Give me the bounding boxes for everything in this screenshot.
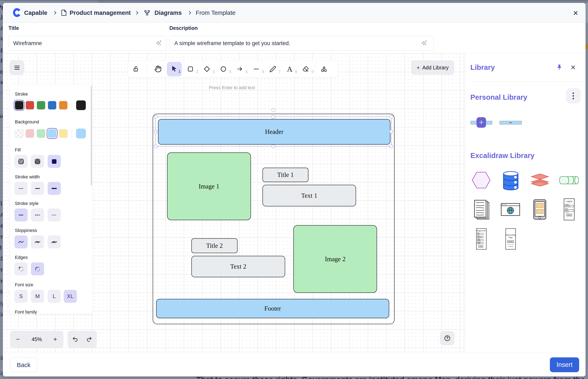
- svg-text:Register: Register: [477, 230, 486, 232]
- svg-text:Onboarding: Onboarding: [506, 234, 515, 236]
- svg-text:Page: Page: [509, 237, 513, 238]
- svg-text:Login: Login: [566, 200, 572, 203]
